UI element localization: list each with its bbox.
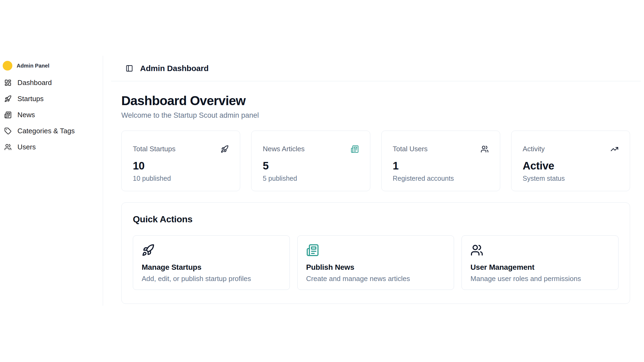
stat-card-total-users: Total Users 1 Registered accounts	[381, 131, 500, 191]
sidebar-logo-row: Admin Panel	[3, 58, 99, 73]
action-card-user-management[interactable]: User Management Manage user roles and pe…	[462, 235, 619, 290]
quick-actions-panel: Quick Actions Manage Startups Add, edit,…	[121, 202, 630, 304]
action-description: Create and manage news articles	[306, 274, 445, 283]
stat-card-news-articles: News Articles 5 5 published	[251, 131, 370, 191]
stat-label: News Articles	[263, 145, 305, 153]
stat-value: 5	[263, 160, 358, 172]
sidebar-item-dashboard[interactable]: Dashboard	[3, 75, 99, 91]
sidebar-item-label: News	[17, 111, 35, 119]
admin-app: Admin Panel Dashboard Startups News	[0, 0, 644, 362]
app-name: Admin Panel	[17, 63, 49, 69]
trending-up-icon	[610, 145, 619, 153]
stat-subtext: 10 published	[133, 175, 229, 182]
sidebar-item-label: Dashboard	[17, 79, 52, 87]
stat-label: Total Startups	[133, 145, 175, 153]
stat-subtext: Registered accounts	[393, 175, 489, 182]
quick-actions-title: Quick Actions	[133, 213, 619, 225]
quick-actions-row: Manage Startups Add, edit, or publish st…	[133, 235, 619, 290]
content: Dashboard Overview Welcome to the Startu…	[103, 81, 644, 304]
users-icon	[4, 143, 12, 151]
stat-subtext: System status	[523, 175, 619, 182]
sidebar: Admin Panel Dashboard Startups News	[0, 56, 103, 306]
stat-value: 10	[133, 160, 229, 172]
dashboard-icon	[4, 79, 12, 86]
stat-value: 1	[393, 160, 489, 172]
action-title: User Management	[470, 263, 610, 272]
stat-card-total-startups: Total Startups 10 10 published	[121, 131, 240, 191]
stat-subtext: 5 published	[263, 175, 358, 182]
action-description: Add, edit, or publish startup profiles	[142, 274, 281, 283]
action-title: Manage Startups	[142, 263, 281, 272]
stat-label: Total Users	[393, 145, 428, 153]
stat-label: Activity	[523, 145, 545, 153]
sidebar-item-startups[interactable]: Startups	[3, 91, 99, 107]
rocket-icon	[221, 145, 229, 153]
sidebar-item-news[interactable]: News	[3, 107, 99, 123]
panel-left-icon[interactable]	[126, 65, 133, 72]
newspaper-icon	[306, 244, 319, 257]
sidebar-nav: Dashboard Startups News Categories & Tag…	[3, 75, 99, 155]
newspaper-icon	[351, 145, 359, 153]
app-logo	[3, 61, 12, 71]
sidebar-item-users[interactable]: Users	[3, 139, 99, 155]
top-header: Admin Dashboard	[111, 56, 641, 81]
action-card-publish-news[interactable]: Publish News Create and manage news arti…	[297, 235, 454, 290]
newspaper-icon	[4, 111, 12, 119]
header-title: Admin Dashboard	[140, 64, 208, 73]
users-icon	[470, 244, 483, 257]
sidebar-item-label: Categories & Tags	[17, 127, 75, 135]
page-subtitle: Welcome to the Startup Scout admin panel	[121, 111, 630, 120]
tag-icon	[4, 127, 12, 135]
stat-value: Active	[523, 160, 619, 172]
main-area: Admin Dashboard Dashboard Overview Welco…	[103, 56, 644, 304]
action-description: Manage user roles and permissions	[470, 274, 610, 283]
action-card-manage-startups[interactable]: Manage Startups Add, edit, or publish st…	[133, 235, 290, 290]
stats-row: Total Startups 10 10 published News Arti…	[121, 131, 630, 191]
page-title: Dashboard Overview	[121, 93, 630, 109]
sidebar-item-label: Users	[17, 143, 36, 151]
stat-card-activity: Activity Active System status	[511, 131, 630, 191]
sidebar-item-categories-tags[interactable]: Categories & Tags	[3, 123, 99, 139]
users-icon	[481, 145, 489, 153]
action-title: Publish News	[306, 263, 445, 272]
sidebar-item-label: Startups	[17, 95, 44, 103]
rocket-icon	[4, 95, 12, 102]
rocket-icon	[142, 244, 155, 257]
